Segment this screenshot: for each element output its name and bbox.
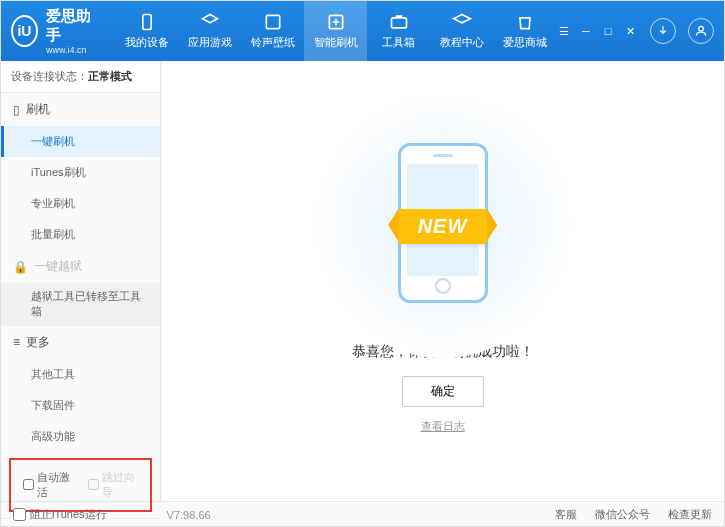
menu-icon[interactable]: ☰ <box>556 23 572 39</box>
nav-ringtones[interactable]: 铃声壁纸 <box>241 1 304 61</box>
close-icon[interactable]: ✕ <box>622 23 638 39</box>
sidebar-item-pro-flash[interactable]: 专业刷机 <box>1 188 160 219</box>
options-row: 自动激活 跳过向导 <box>9 458 152 512</box>
app-header: iU 爱思助手 www.i4.cn 我的设备 应用游戏 铃声壁纸 智能刷机 工具… <box>1 1 724 61</box>
nav-tutorials[interactable]: 教程中心 <box>430 1 493 61</box>
svg-rect-1 <box>266 15 279 28</box>
more-icon: ≡ <box>13 335 20 349</box>
sidebar-item-oneclick-flash[interactable]: 一键刷机 <box>1 126 160 157</box>
sidebar-item-advanced[interactable]: 高级功能 <box>1 421 160 452</box>
device-status: 设备连接状态：正常模式 <box>1 61 160 93</box>
app-url: www.i4.cn <box>46 45 95 55</box>
version-label: V7.98.66 <box>167 509 211 521</box>
sidebar-item-batch-flash[interactable]: 批量刷机 <box>1 219 160 250</box>
auto-activate-checkbox[interactable]: 自动激活 <box>23 470 74 500</box>
minimize-icon[interactable]: ─ <box>578 23 594 39</box>
sidebar-item-itunes-flash[interactable]: iTunes刷机 <box>1 157 160 188</box>
user-icon[interactable] <box>688 18 714 44</box>
sidebar: 设备连接状态：正常模式 ▯刷机 一键刷机 iTunes刷机 专业刷机 批量刷机 … <box>1 61 161 501</box>
sidebar-item-other-tools[interactable]: 其他工具 <box>1 359 160 390</box>
jailbreak-moved-note[interactable]: 越狱工具已转移至工具箱 <box>1 283 160 326</box>
footer-check-update[interactable]: 检查更新 <box>668 507 712 522</box>
section-flash[interactable]: ▯刷机 <box>1 93 160 126</box>
phone-icon: ▯ <box>13 103 20 117</box>
download-icon[interactable] <box>650 18 676 44</box>
svg-rect-0 <box>142 15 150 30</box>
nav-smart-flash[interactable]: 智能刷机 <box>304 1 367 61</box>
footer-support[interactable]: 客服 <box>555 507 577 522</box>
nav-my-device[interactable]: 我的设备 <box>115 1 178 61</box>
nav-apps-games[interactable]: 应用游戏 <box>178 1 241 61</box>
main-content: NEW 恭喜您，保资料刷机成功啦！ 确定 查看日志 <box>161 61 724 501</box>
svg-point-4 <box>699 26 704 31</box>
app-name: 爱思助手 <box>46 7 95 45</box>
lock-icon: 🔒 <box>13 260 28 274</box>
view-log-link[interactable]: 查看日志 <box>421 419 465 434</box>
main-nav: 我的设备 应用游戏 铃声壁纸 智能刷机 工具箱 教程中心 爱思商城 <box>115 1 556 61</box>
section-more[interactable]: ≡更多 <box>1 326 160 359</box>
maximize-icon[interactable]: □ <box>600 23 616 39</box>
success-illustration: NEW <box>353 128 533 318</box>
block-itunes-checkbox[interactable]: 阻止iTunes运行 <box>13 507 107 522</box>
sidebar-item-download-firmware[interactable]: 下载固件 <box>1 390 160 421</box>
nav-toolbox[interactable]: 工具箱 <box>367 1 430 61</box>
ok-button[interactable]: 确定 <box>402 376 484 407</box>
window-controls: ☰ ─ □ ✕ <box>556 18 714 44</box>
section-jailbreak: 🔒一键越狱 <box>1 250 160 283</box>
logo: iU 爱思助手 www.i4.cn <box>11 7 95 55</box>
svg-rect-3 <box>391 18 406 28</box>
nav-store[interactable]: 爱思商城 <box>493 1 556 61</box>
new-badge: NEW <box>398 209 488 244</box>
skip-guide-checkbox[interactable]: 跳过向导 <box>88 470 139 500</box>
logo-icon: iU <box>11 15 38 47</box>
footer-wechat[interactable]: 微信公众号 <box>595 507 650 522</box>
